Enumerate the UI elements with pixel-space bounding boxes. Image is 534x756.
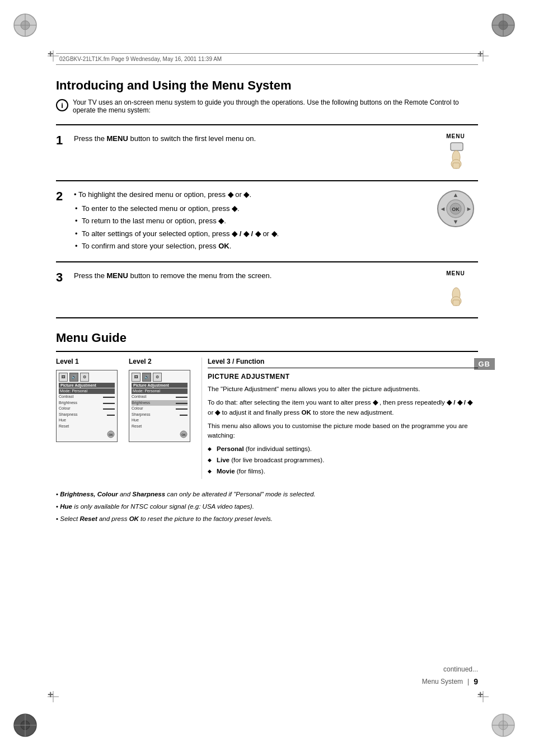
main-content: Introducing and Using the Menu System i … — [56, 67, 478, 689]
level3-bullet-3: Movie (for films). — [208, 467, 478, 477]
mini-icon-settings: ⚙ — [80, 373, 89, 382]
step-3-text-after: button to remove the menu from the scree… — [128, 271, 272, 280]
mini-row-sharpness: Sharpness▬▬ — [59, 412, 115, 418]
svg-text:OK: OK — [109, 433, 113, 436]
footer: Menu System | 9 — [56, 677, 478, 686]
level3-detail: To do that: after selecting the item you… — [208, 398, 478, 418]
step-1-image: MENU — [433, 133, 478, 172]
step-1-text-before: Press the — [74, 134, 107, 143]
col-level2-header: Level 2 — [129, 358, 196, 365]
step-2-bullet-3: To alter settings of your selected optio… — [74, 228, 428, 240]
step-2-bullet-1: To enter to the selected menu or option,… — [74, 203, 428, 214]
col-level2: Level 2 🖼 🔊 ⚙ Picture Adjustment Mode: P… — [129, 358, 202, 443]
mini-row-mode: Mode: Personal — [59, 388, 115, 395]
mini-row-sharpness-2: Sharpness▬▬ — [132, 412, 188, 418]
level3-intro: The "Picture Adjustment" menu allows you… — [208, 384, 478, 395]
note-3: • Select Reset and press OK to reset the… — [56, 514, 478, 524]
mini-row-colour-2: Colour▬▬▬ — [132, 406, 188, 412]
mini-icon-sound-2: 🔊 — [142, 373, 151, 382]
mini-icon-pic: 🖼 — [59, 373, 68, 382]
footer-page: Menu System | 9 — [422, 677, 478, 686]
corner-decoration-tl — [11, 11, 45, 45]
step-1-number: 1 — [56, 133, 68, 148]
mini-row-contrast-2: Contrast▬▬▬ — [132, 394, 188, 400]
menu-btn-label: MENU — [446, 133, 465, 139]
step-2-bullet-2: To return to the last menu or option, pr… — [74, 215, 428, 227]
step-2-bullet-list: To enter to the selected menu or option,… — [74, 203, 428, 252]
mini-screen-level2: 🖼 🔊 ⚙ Picture Adjustment Mode: Personal … — [129, 370, 190, 443]
crosshair-br — [477, 691, 486, 700]
mini-row-mode-2: Mode: Personal — [132, 388, 188, 395]
menu-button-illustration-3: MENU — [441, 270, 471, 309]
info-box: i Your TV uses an on-screen menu system … — [56, 98, 478, 114]
section-title: Introducing and Using the Menu System — [56, 78, 478, 93]
mini-icon-sound: 🔊 — [69, 373, 78, 382]
step-3-bold: MENU — [107, 271, 128, 280]
mini-row-hue-2: Hue — [132, 417, 188, 424]
step-1-content: Press the MENU button to switch the firs… — [74, 133, 428, 144]
mini-row-reset-2: Reset — [132, 424, 188, 430]
col-level3-header: Level 3 / Function — [208, 358, 478, 368]
corner-decoration-tr — [489, 11, 523, 45]
corner-decoration-bl — [11, 711, 45, 745]
level3-bullet-list: Personal (for individual settings). Live… — [208, 444, 478, 476]
svg-text:▼: ▼ — [453, 218, 459, 225]
mini-screen-icons: 🖼 🔊 ⚙ — [59, 373, 115, 382]
svg-text:OK: OK — [181, 433, 186, 436]
step-3-text-before: Press the — [74, 271, 107, 280]
mini-screen-ok-icon: OK — [59, 430, 115, 439]
mini-screen-title: Picture Adjustment — [59, 383, 115, 388]
svg-text:►: ► — [466, 205, 472, 212]
level3-detail2: This menu also allows you to customise t… — [208, 421, 478, 442]
step-2-bullet-4: To confirm and store your selection, pre… — [74, 241, 428, 252]
mini-icon-pic-2: 🖼 — [132, 373, 140, 382]
mini-row-brightness-2: Brightness▬▬▬ — [132, 400, 188, 406]
svg-rect-27 — [453, 163, 460, 168]
menu-guide-title: Menu Guide — [56, 331, 478, 345]
footer-divider: | — [467, 678, 469, 685]
crosshair-tr — [477, 50, 486, 59]
file-info-text: 02GBKV-21LT1K.fm Page 9 Wednesday, May 1… — [59, 56, 222, 62]
file-info-bar: 02GBKV-21LT1K.fm Page 9 Wednesday, May 1… — [56, 53, 478, 65]
continued-text: continued... — [443, 665, 478, 673]
step-1-text-after: button to switch the first level menu on… — [128, 134, 256, 143]
footer-page-num: 9 — [474, 677, 478, 686]
mini-row-colour: Colour▬▬▬ — [59, 406, 115, 412]
step-2-row: 2 • To highlight the desired menu or opt… — [56, 181, 478, 262]
step-3-content: Press the MENU button to remove the menu… — [74, 270, 428, 281]
mini-screen-ok-icon-2: OK — [132, 430, 188, 439]
col-level1-header: Level 1 — [56, 358, 123, 365]
step-2-main-text: • To highlight the desired menu or optio… — [74, 189, 428, 200]
menu-btn-label-3: MENU — [446, 270, 465, 276]
mini-row-hue: Hue — [59, 417, 115, 424]
level3-bullet-2: Live (for live broadcast programmes). — [208, 456, 478, 466]
note-2: • Hue is only available for NTSC colour … — [56, 501, 478, 511]
menu-guide-columns: Level 1 🖼 🔊 ⚙ Picture Adjustment Mode: P… — [56, 351, 478, 479]
col-level1: Level 1 🖼 🔊 ⚙ Picture Adjustment Mode: P… — [56, 358, 129, 443]
menu-button-illustration: MENU — [441, 133, 471, 172]
svg-rect-38 — [453, 300, 460, 306]
footer-section-label: Menu System — [422, 678, 463, 685]
col-level3: Level 3 / Function PICTURE ADJUSTMENT Th… — [202, 358, 478, 479]
crosshair-tl — [48, 50, 57, 59]
mini-icon-settings-2: ⚙ — [153, 373, 162, 382]
info-icon: i — [56, 99, 68, 111]
crosshair-bl — [48, 691, 57, 700]
mini-screen-rows-2: Mode: Personal Contrast▬▬▬ Brightness▬▬▬… — [132, 388, 188, 430]
step-1-row: 1 Press the MENU button to switch the fi… — [56, 124, 478, 181]
menu-button-hand-svg-3 — [441, 279, 471, 309]
step-2-number: 2 — [56, 189, 68, 204]
mini-screen-icons-2: 🖼 🔊 ⚙ — [132, 373, 188, 382]
mini-row-reset: Reset — [59, 424, 115, 430]
step-3-number: 3 — [56, 270, 68, 285]
notes-section: • Brightness, Colour and Sharpness can o… — [56, 489, 478, 524]
step-3-row: 3 Press the MENU button to remove the me… — [56, 262, 478, 318]
step-1-bold: MENU — [107, 134, 128, 143]
level3-bullet-1: Personal (for individual settings). — [208, 444, 478, 454]
mini-row-contrast: Contrast▬▬▬ — [59, 394, 115, 400]
svg-text:▲: ▲ — [453, 191, 459, 198]
level3-title: PICTURE ADJUSTMENT — [208, 372, 478, 382]
step-2-image: OK ▲ ▼ ◄ ► — [433, 189, 478, 228]
note-1: • Brightness, Colour and Sharpness can o… — [56, 489, 478, 499]
menu-button-hand-svg — [441, 142, 471, 172]
